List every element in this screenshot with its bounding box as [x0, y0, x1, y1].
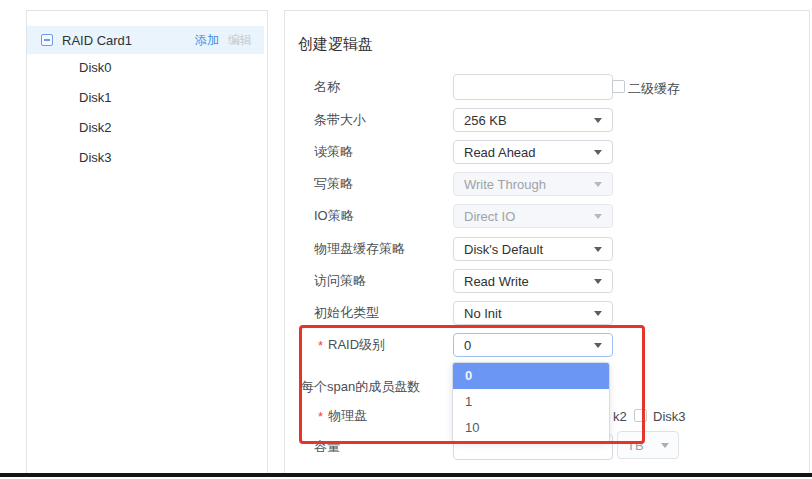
add-link[interactable]: 添加 [195, 32, 219, 49]
init-type-label: 初始化类型 [314, 301, 379, 325]
disk2-label-fragment: k2 [613, 409, 627, 424]
write-policy-label: 写策略 [314, 172, 353, 196]
read-policy-label: 读策略 [314, 140, 353, 164]
raid-card-label: RAID Card1 [62, 33, 195, 48]
sidebar-item-disk1[interactable]: Disk1 [27, 83, 267, 113]
field-row-access-policy: 访问策略 Read Write [285, 269, 809, 293]
sidebar-item-disk3[interactable]: Disk3 [27, 143, 267, 173]
sidebar-item-disk0[interactable]: Disk0 [27, 53, 267, 83]
init-type-select[interactable]: No Init [453, 301, 613, 325]
access-policy-value: Read Write [464, 274, 594, 289]
span-members-label: 每个span的成员盘数 [301, 375, 420, 399]
physical-disks-label: *物理盘 [318, 409, 367, 423]
dropdown-option-0[interactable]: 0 [453, 363, 609, 389]
write-policy-select: Write Through [453, 172, 613, 196]
io-policy-select: Direct IO [453, 204, 613, 228]
capacity-unit-select[interactable]: TB [617, 431, 679, 459]
stripe-size-label: 条带大小 [314, 108, 366, 132]
chevron-down-icon [594, 311, 602, 316]
physical-disks-label-text: 物理盘 [328, 407, 367, 425]
field-row-disk-cache-policy: 物理盘缓存策略 Disk's Default [285, 237, 809, 261]
chevron-down-icon [594, 214, 602, 219]
capacity-unit-value: TB [627, 438, 661, 453]
bottom-border-line [0, 473, 812, 477]
field-row-io-policy: IO策略 Direct IO [285, 204, 809, 228]
raid-level-label: *RAID级别 [318, 333, 385, 357]
chevron-down-icon [594, 118, 602, 123]
disk3-label: Disk3 [653, 409, 686, 424]
chevron-down-icon [594, 343, 602, 348]
io-policy-value: Direct IO [464, 209, 594, 224]
required-asterisk: * [318, 338, 323, 353]
field-row-read-policy: 读策略 Read Ahead [285, 140, 809, 164]
dropdown-option-1[interactable]: 1 [453, 389, 609, 415]
disk-cache-policy-value: Disk's Default [464, 242, 594, 257]
read-policy-select[interactable]: Read Ahead [453, 140, 613, 164]
required-asterisk: * [318, 409, 323, 424]
field-row-write-policy: 写策略 Write Through [285, 172, 809, 196]
stripe-size-select[interactable]: 256 KB [453, 108, 613, 132]
disk3-checkbox[interactable] [634, 409, 647, 422]
access-policy-select[interactable]: Read Write [453, 269, 613, 293]
name-label: 名称 [314, 74, 340, 100]
name-input[interactable] [453, 74, 613, 100]
field-row-init-type: 初始化类型 No Init [285, 301, 809, 325]
stripe-size-value: 256 KB [464, 113, 594, 128]
sidebar: RAID Card1 添加 编辑 Disk0 Disk1 Disk2 Disk3 [26, 10, 268, 473]
raid-level-select[interactable]: 0 [453, 333, 613, 357]
raid-level-value: 0 [464, 338, 594, 353]
collapse-icon[interactable] [41, 34, 53, 46]
capacity-label: 容量 [314, 434, 340, 460]
chevron-down-icon [661, 443, 669, 448]
sidebar-item-disk2[interactable]: Disk2 [27, 113, 267, 143]
disk-cache-policy-select[interactable]: Disk's Default [453, 237, 613, 261]
access-policy-label: 访问策略 [314, 269, 366, 293]
chevron-down-icon [594, 279, 602, 284]
disk-cache-policy-label: 物理盘缓存策略 [314, 237, 405, 261]
field-row-name: 名称 二级缓存 [285, 74, 809, 100]
dropdown-option-10[interactable]: 10 [453, 415, 609, 441]
raid-level-label-text: RAID级别 [328, 336, 385, 354]
write-policy-value: Write Through [464, 177, 594, 192]
page-title: 创建逻辑盘 [298, 35, 373, 54]
l2-cache-label: 二级缓存 [628, 80, 680, 98]
chevron-down-icon [594, 150, 602, 155]
init-type-value: No Init [464, 306, 594, 321]
field-row-raid-level: *RAID级别 0 [285, 333, 809, 357]
chevron-down-icon [594, 182, 602, 187]
raid-level-dropdown: 0 1 10 [452, 362, 610, 442]
edit-link[interactable]: 编辑 [228, 32, 252, 49]
read-policy-value: Read Ahead [464, 145, 594, 160]
chevron-down-icon [594, 247, 602, 252]
page: RAID Card1 添加 编辑 Disk0 Disk1 Disk2 Disk3… [0, 0, 812, 479]
l2-cache-checkbox[interactable] [612, 80, 625, 93]
sidebar-item-raid-card1[interactable]: RAID Card1 添加 编辑 [27, 26, 264, 54]
io-policy-label: IO策略 [314, 204, 354, 228]
field-row-stripe-size: 条带大小 256 KB [285, 108, 809, 132]
